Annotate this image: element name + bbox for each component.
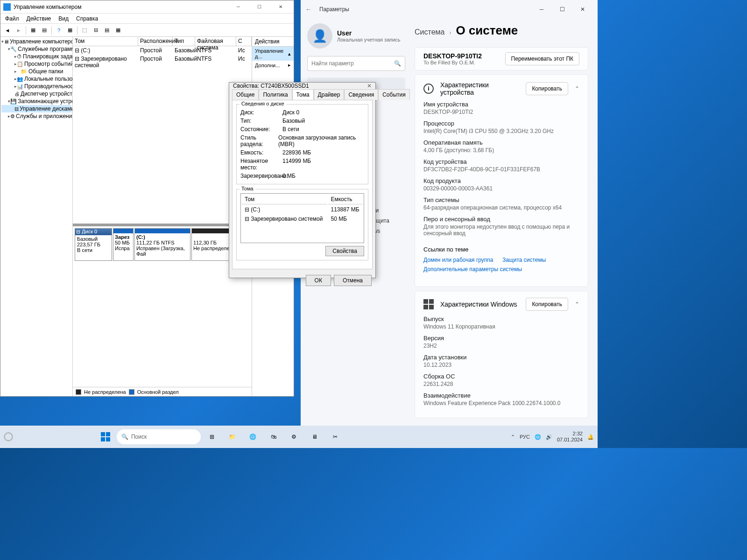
properties-dialog: Свойства: CT240BX500SSD1 ✕ Общие Политик…	[229, 82, 376, 278]
rename-pc-button[interactable]: Переименовать этот ПК	[505, 52, 579, 65]
partition[interactable]: Зарез 50 МБ Испра	[113, 228, 134, 261]
settings-icon[interactable]: ⚙	[285, 427, 303, 446]
tree-services[interactable]: ▾🔧Служебные программы	[1, 45, 71, 53]
cancel-button[interactable]: Отмена	[334, 275, 372, 286]
disk-row[interactable]: ⊟ Диск 0 Базовый 223,57 ГБ В сети Зарез …	[75, 228, 250, 261]
tb-btn[interactable]: ▦	[113, 25, 123, 35]
col-fs[interactable]: Файловая система	[195, 37, 236, 46]
link-protection[interactable]: Защита системы	[502, 257, 546, 263]
tree-item[interactable]: 🖨Диспетчер устройств	[1, 90, 71, 98]
app-icon[interactable]: 🖥	[305, 427, 324, 446]
volume-list: ⊟ (C:) Простой Базовый NTFS Ис ⊟ Зарезер…	[73, 46, 252, 224]
tray-chevron-icon[interactable]: ⌃	[511, 434, 515, 440]
breadcrumb-parent[interactable]: Система	[415, 28, 444, 36]
user-name: User	[337, 29, 401, 37]
task-view-icon[interactable]: ⊞	[203, 427, 221, 446]
volume-icon[interactable]: 🔊	[546, 434, 552, 440]
tb-btn[interactable]: ⬚	[79, 25, 90, 35]
table-row[interactable]: ⊟ Зарезервировано системой50 МБ	[242, 215, 363, 223]
actions-item[interactable]: Управление д...▴	[252, 47, 294, 61]
menu-action[interactable]: Действие	[24, 14, 54, 23]
volumes-group: Тома ТомЕмкость ⊟ (C:)113887 МБ ⊟ Зарезе…	[236, 189, 368, 260]
tree-apps[interactable]: ▸⚙Службы и приложения	[1, 112, 71, 120]
close-button[interactable]: ✕	[367, 83, 372, 89]
app-icon[interactable]: ✂	[326, 427, 345, 446]
col-type[interactable]: Тип	[173, 37, 195, 46]
tree-root[interactable]: ▾🖥Управление компьютером (л	[1, 38, 71, 45]
tree-item[interactable]: ▸📋Просмотр событий	[1, 60, 71, 68]
dlg-titlebar[interactable]: Свойства: CT240BX500SSD1 ✕	[229, 83, 375, 89]
volume-row[interactable]: ⊟ Зарезервировано системой Простой Базов…	[73, 55, 252, 70]
tree-item[interactable]: ▸⏱Планировщик заданий	[1, 53, 71, 60]
volumes-table: ТомЕмкость ⊟ (C:)113887 МБ ⊟ Зарезервиро…	[240, 193, 364, 243]
tb-btn[interactable]: ▤	[102, 25, 112, 35]
explorer-icon[interactable]: 📁	[223, 427, 242, 446]
tree-storage[interactable]: ▾💾Запоминающие устройст	[1, 98, 71, 105]
browser-icon[interactable]	[4, 432, 13, 441]
tb-btn[interactable]: ▦	[65, 25, 75, 35]
table-row[interactable]: ⊟ (C:)113887 МБ	[242, 205, 363, 214]
tab-events[interactable]: События	[378, 89, 410, 100]
cm-title: Управление компьютером	[14, 4, 228, 10]
actions-item[interactable]: Дополни...▸	[252, 61, 294, 70]
back-button[interactable]: ◄	[2, 25, 13, 35]
tab-policy[interactable]: Политика	[259, 89, 292, 100]
tab-general[interactable]: Общие	[232, 89, 259, 100]
tray-lang[interactable]: РУС	[520, 434, 530, 440]
user-block[interactable]: 👤 User Локальная учетная запись	[307, 23, 405, 49]
copy-button[interactable]: Копировать	[526, 298, 568, 311]
start-button[interactable]	[96, 427, 115, 446]
settings-titlebar[interactable]: ← Параметры ─ ☐ ✕	[301, 0, 598, 19]
ok-button[interactable]: ОК	[306, 275, 331, 286]
windows-icon	[423, 299, 434, 309]
back-button[interactable]: ←	[305, 6, 319, 13]
tree-diskmgmt[interactable]: ⊟Управление дисками	[1, 105, 71, 112]
minimize-button[interactable]: ─	[228, 0, 249, 14]
edge-icon[interactable]: 🌐	[244, 427, 262, 446]
tab-driver[interactable]: Драйвер	[314, 89, 345, 100]
menu-view[interactable]: Вид	[56, 14, 71, 23]
close-button[interactable]: ✕	[270, 0, 291, 14]
tab-volumes[interactable]: Тома	[292, 89, 314, 100]
volume-row[interactable]: ⊟ (C:) Простой Базовый NTFS Ис	[73, 46, 252, 55]
tb-btn[interactable]: ▦	[28, 25, 38, 35]
link-domain[interactable]: Домен или рабочая группа	[423, 257, 493, 263]
link-advanced[interactable]: Дополнительные параметры системы	[423, 266, 522, 273]
related-links: Ссылки по теме Домен или рабочая группа …	[423, 241, 579, 280]
taskbar: 🔍 Поиск ⊞ 📁 🌐 🛍 ⚙ 🖥 ✂ ⌃ РУС 🌐 🔊 2:32 07.…	[0, 426, 598, 448]
menu-help[interactable]: Справка	[73, 14, 101, 23]
tb-btn[interactable]: ⊟	[91, 25, 101, 35]
tb-btn[interactable]: ▤	[39, 25, 49, 35]
network-icon[interactable]: 🌐	[535, 434, 541, 440]
forward-button[interactable]: ►	[14, 25, 24, 35]
disk-header[interactable]: ⊟ Диск 0 Базовый 223,57 ГБ В сети	[75, 228, 112, 261]
clock[interactable]: 2:32 07.01.2024	[557, 431, 583, 443]
cm-titlebar[interactable]: Управление компьютером ─ ☐ ✕	[0, 0, 294, 14]
minimize-button[interactable]: ─	[531, 2, 552, 17]
close-button[interactable]: ✕	[572, 2, 593, 17]
copy-button[interactable]: Копировать	[526, 82, 568, 95]
notifications-icon[interactable]: 🔔	[587, 434, 594, 440]
tree-item[interactable]: ▸📊Производительность	[1, 83, 71, 90]
tree-item[interactable]: ▸📁Общие папки	[1, 68, 71, 75]
col-tom[interactable]: Том	[73, 37, 138, 46]
properties-button[interactable]: Свойства	[325, 246, 364, 256]
col-layout[interactable]: Расположение	[138, 37, 173, 46]
col-status[interactable]: С	[236, 37, 252, 46]
search-icon: 🔍	[121, 434, 128, 440]
chevron-up-icon[interactable]: ⌃	[575, 85, 579, 92]
tree-item[interactable]: ▸👥Локальные пользова	[1, 75, 71, 83]
search-input[interactable]	[311, 60, 394, 67]
maximize-button[interactable]: ☐	[552, 2, 572, 17]
search-box[interactable]: 🔍	[307, 56, 405, 71]
taskbar-search[interactable]: 🔍 Поиск	[117, 429, 201, 444]
maximize-button[interactable]: ☐	[249, 0, 270, 14]
spec-title: Характеристики устройства	[440, 81, 519, 96]
chevron-up-icon[interactable]: ⌃	[575, 301, 579, 308]
device-sub: To Be Filled By O.E.M.	[423, 60, 482, 65]
tab-details[interactable]: Сведения	[344, 89, 378, 100]
help-button[interactable]: ?	[54, 25, 64, 35]
menu-file[interactable]: Файл	[2, 14, 22, 23]
partition[interactable]: (C:) 111,22 ГБ NTFS Исправен (Загрузка, …	[134, 228, 190, 261]
store-icon[interactable]: 🛍	[264, 427, 283, 446]
